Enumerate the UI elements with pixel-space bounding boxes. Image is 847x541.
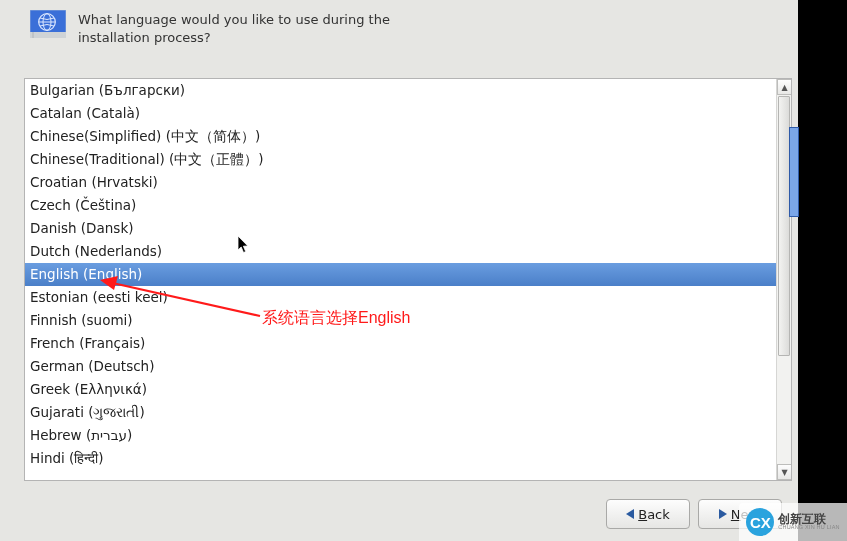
language-item[interactable]: Danish (Dansk) <box>25 217 776 240</box>
language-item[interactable]: Hindi (हिन्दी) <box>25 447 776 470</box>
language-item[interactable]: Czech (Čeština) <box>25 194 776 217</box>
button-bar: Back Next <box>606 499 782 529</box>
outer-scrollbar[interactable] <box>789 127 799 217</box>
language-item[interactable]: Chinese(Simplified) (中文（简体）) <box>25 125 776 148</box>
language-item[interactable]: Gujarati (ગુજરાતી) <box>25 401 776 424</box>
svg-rect-4 <box>30 32 66 38</box>
language-item[interactable]: Catalan (Català) <box>25 102 776 125</box>
language-item[interactable]: French (Français) <box>25 332 776 355</box>
language-flag-icon <box>30 10 66 38</box>
language-item[interactable]: Bulgarian (Български) <box>25 79 776 102</box>
arrow-right-icon <box>719 509 727 519</box>
language-item[interactable]: Dutch (Nederlands) <box>25 240 776 263</box>
prompt-line: What language would you like to use duri… <box>78 12 390 27</box>
installer-window: What language would you like to use duri… <box>0 0 798 541</box>
language-item[interactable]: Hebrew (עברית) <box>25 424 776 447</box>
language-item[interactable]: German (Deutsch) <box>25 355 776 378</box>
back-button[interactable]: Back <box>606 499 690 529</box>
language-item[interactable]: Chinese(Traditional) (中文（正體）) <box>25 148 776 171</box>
next-button-label: Next <box>731 507 761 522</box>
language-item[interactable]: Finnish (suomi) <box>25 309 776 332</box>
scroll-up-button[interactable]: ▲ <box>777 79 792 95</box>
language-item[interactable]: Greek (Ελληνικά) <box>25 378 776 401</box>
back-button-label: Back <box>638 507 670 522</box>
language-item[interactable]: English (English) <box>25 263 776 286</box>
next-button[interactable]: Next <box>698 499 782 529</box>
prompt-text: What language would you like to use duri… <box>78 10 390 46</box>
language-item[interactable]: Estonian (eesti keel) <box>25 286 776 309</box>
language-list[interactable]: Bulgarian (Български)Catalan (Català)Chi… <box>24 78 792 481</box>
language-item[interactable]: Croatian (Hrvatski) <box>25 171 776 194</box>
prompt-line: installation process? <box>78 30 211 45</box>
header: What language would you like to use duri… <box>0 0 798 52</box>
scroll-down-button[interactable]: ▼ <box>777 464 792 480</box>
arrow-left-icon <box>626 509 634 519</box>
